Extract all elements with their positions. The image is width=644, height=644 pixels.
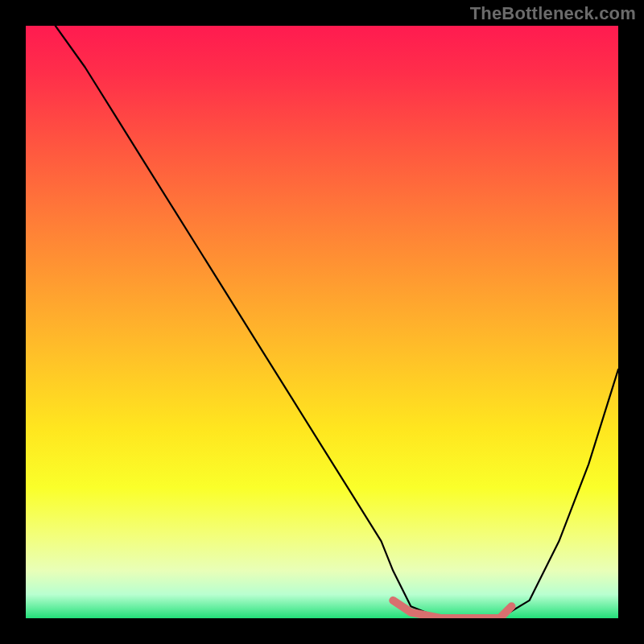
chart-svg [26, 26, 618, 618]
bottleneck-curve-path [26, 26, 618, 618]
chart-stage: TheBottleneck.com [0, 0, 644, 644]
optimal-zone-path [393, 601, 511, 618]
plot-area [26, 26, 618, 618]
watermark-text: TheBottleneck.com [470, 3, 636, 24]
